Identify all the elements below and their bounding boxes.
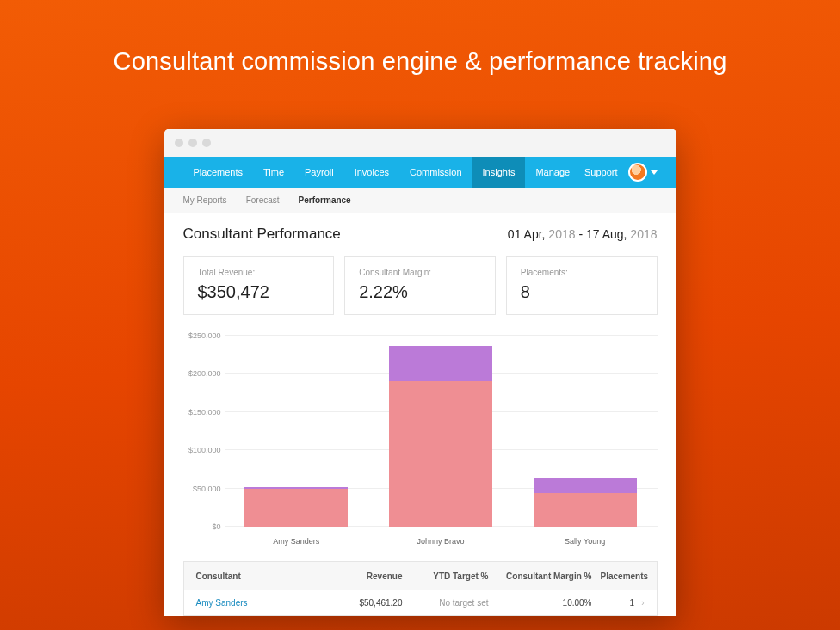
hero-title: Consultant commission engine & performan… [0, 0, 840, 76]
stat-placements: Placements: 8 [506, 256, 658, 315]
bar-segment-primary [389, 381, 492, 527]
stat-label: Total Revenue: [198, 268, 320, 277]
support-link[interactable]: Support [584, 167, 618, 177]
nav-payroll[interactable]: Payroll [294, 157, 344, 188]
app-window: Placements Time Payroll Invoices Commiss… [164, 129, 676, 616]
performance-bar-chart: $0$50,000$100,000$150,000$200,000$250,00… [183, 336, 658, 553]
nav-insights[interactable]: Insights [472, 157, 526, 188]
x-axis-label: Amy Sanders [244, 537, 348, 546]
consultant-table: Consultant Revenue YTD Target % Consulta… [183, 561, 658, 616]
y-axis-tick: $200,000 [183, 369, 221, 378]
date-to-year: 2018 [630, 227, 657, 241]
date-range[interactable]: 01 Apr, 2018 - 17 Aug, 2018 [508, 227, 658, 241]
y-axis-tick: $250,000 [183, 331, 221, 340]
top-nav-left: Placements Time Payroll Invoices Commiss… [183, 157, 581, 188]
nav-time[interactable]: Time [253, 157, 294, 188]
nav-manage[interactable]: Manage [525, 157, 580, 188]
table-header: Consultant Revenue YTD Target % Consulta… [184, 562, 657, 590]
stat-consultant-margin: Consultant Margin: 2.22% [344, 256, 496, 315]
nav-invoices[interactable]: Invoices [344, 157, 399, 188]
date-from-year: 2018 [548, 227, 575, 241]
cell-consultant: Amy Sanders [196, 598, 325, 608]
y-axis-tick: $100,000 [183, 446, 221, 454]
col-ytd-target[interactable]: YTD Target % [403, 571, 497, 581]
page-body: Consultant Performance 01 Apr, 2018 - 17… [164, 213, 676, 616]
stat-label: Placements: [521, 268, 643, 277]
cell-ytd-target: No target set [403, 598, 497, 608]
user-menu[interactable] [628, 163, 658, 182]
col-placements[interactable]: Placements [601, 571, 649, 581]
page-title: Consultant Performance [183, 225, 341, 243]
chevron-right-icon: › [641, 598, 644, 608]
col-revenue[interactable]: Revenue [325, 571, 403, 581]
stat-value: $350,472 [198, 282, 320, 302]
chevron-down-icon [651, 170, 658, 175]
stat-value: 8 [521, 282, 643, 302]
bar[interactable] [389, 346, 492, 527]
window-dot-icon [175, 139, 183, 147]
top-nav: Placements Time Payroll Invoices Commiss… [164, 157, 676, 188]
y-axis-tick: $0 [183, 522, 221, 531]
x-axis-label: Johnny Bravo [389, 537, 492, 546]
col-margin[interactable]: Consultant Margin % [497, 571, 601, 581]
cell-placements: 1› [601, 598, 645, 608]
nav-placements[interactable]: Placements [183, 157, 253, 188]
stat-label: Consultant Margin: [359, 268, 481, 277]
date-to-day: 17 Aug, [586, 227, 627, 241]
cell-revenue: $50,461.20 [325, 598, 403, 608]
date-sep: - [578, 227, 586, 241]
page-header: Consultant Performance 01 Apr, 2018 - 17… [183, 225, 658, 243]
bar[interactable] [244, 487, 348, 527]
x-axis-label: Sally Young [534, 537, 637, 546]
subnav-my-reports[interactable]: My Reports [183, 195, 227, 205]
browser-chrome [164, 129, 676, 157]
nav-commission[interactable]: Commission [399, 157, 472, 188]
col-consultant[interactable]: Consultant [196, 571, 325, 581]
chart-bars [225, 336, 658, 527]
cell-margin: 10.00% [497, 598, 601, 608]
bar-segment-primary [244, 489, 348, 527]
bar-segment-secondary [534, 478, 637, 493]
sub-nav: My Reports Forecast Performance [164, 188, 676, 213]
date-from-day: 01 Apr, [508, 227, 546, 241]
top-nav-right: Support [584, 163, 658, 182]
bar-segment-secondary [389, 346, 492, 381]
stat-total-revenue: Total Revenue: $350,472 [183, 256, 335, 315]
subnav-forecast[interactable]: Forecast [246, 195, 280, 205]
y-axis-tick: $150,000 [183, 408, 221, 417]
stat-value: 2.22% [359, 282, 481, 302]
avatar-icon [628, 163, 647, 182]
bar[interactable] [534, 478, 637, 527]
chart-x-labels: Amy SandersJohnny BravoSally Young [225, 537, 658, 546]
stat-cards: Total Revenue: $350,472 Consultant Margi… [183, 256, 658, 315]
y-axis-tick: $50,000 [183, 485, 221, 493]
table-row[interactable]: Amy Sanders $50,461.20 No target set 10.… [184, 590, 657, 615]
window-dot-icon [202, 139, 211, 147]
bar-segment-primary [534, 493, 637, 527]
window-dot-icon [188, 139, 197, 147]
subnav-performance[interactable]: Performance [299, 195, 351, 205]
